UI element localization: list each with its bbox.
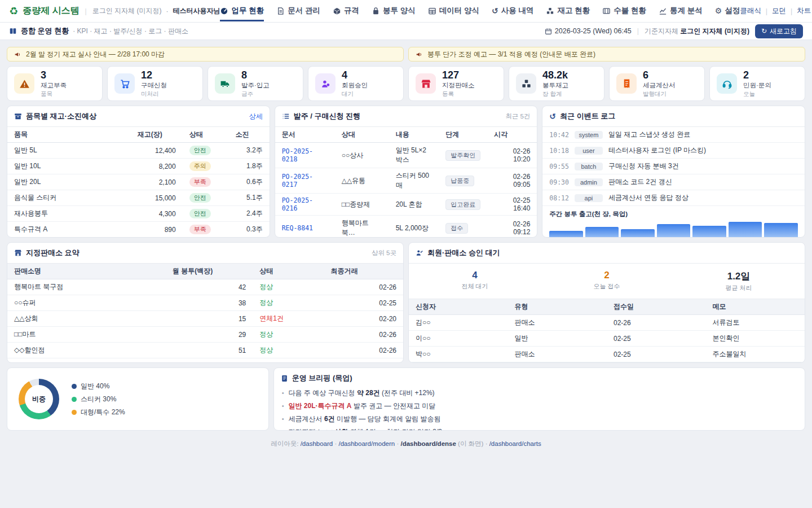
kpi-value: 8 [241,69,247,81]
panel-meta: 상위 5곳 [372,249,396,257]
store-status: 정상 [259,283,273,291]
table-row[interactable]: 일반 10L8,200주의1.8주 [7,159,270,174]
table-row[interactable]: △△상회15연체1건02-20 [7,311,403,327]
table-row[interactable]: 재사용봉투4,300안전2.4주 [7,206,270,222]
table-row[interactable]: □□마트29정상02-26 [7,327,403,343]
col-header: 접수일 [607,299,706,315]
bar [549,231,583,238]
table-row[interactable]: PO-2025-0216□□종량제20L 혼합입고완료02-25 16:40 [275,194,537,216]
status-badge: 주의 [189,161,211,171]
kpi-card-tax-invoices[interactable]: 6세금계산서발행대기 [609,66,705,101]
kpi-sublabel: 미처리 [141,90,159,97]
kpi-card-bag-inventory[interactable]: 48.2k봉투재고장 합계 [509,66,604,101]
footer-link-charts[interactable]: /dashboard/charts [489,440,541,447]
gear-icon: ⚙ [715,7,722,15]
table-row[interactable]: ○○슈퍼38정상02-25 [7,295,403,311]
link-chart[interactable]: 차트 [797,6,811,16]
stat-total-waiting: 4전체 대기 [409,268,541,294]
nav-usage-history[interactable]: ↺ 사용 내역 [492,1,534,21]
divider: | [637,27,639,35]
table-row[interactable]: 이○○일반02-25본인확인 [409,331,805,347]
panel-stock-forecast: 품목별 재고·소진예상 상세 품목 재고(장) 상태 소진 일반 5L12,40… [7,106,270,238]
calendar-icon [545,28,552,35]
log-message: 일일 재고 스냅샷 생성 완료 [608,130,690,139]
store-icon [416,73,436,94]
table-row[interactable]: 김○○판매소02-26서류검토 [409,315,805,331]
table-row[interactable]: ◇◇할인점51정상02-26 [7,343,403,358]
col-header: 시각 [487,127,537,143]
refresh-button[interactable]: ↻ 새로고침 [755,24,803,38]
table-row[interactable]: PO-2025-0218○○상사일반 5L×2박스발주확인02-26 10:20 [275,143,537,168]
col-header: 단계 [439,127,487,143]
legend-dot [72,384,77,389]
notice-text: 2월 말 정기 재고 실사 안내 — 2/28 17:00 마감 [26,50,165,59]
status-badge: 안전 [189,209,211,218]
table-row[interactable]: PO-2025-0217△△유통스티커 500매납품중02-26 09:05 [275,168,537,194]
kpi-value: 12 [141,69,152,81]
nav-statistics[interactable]: 통계 분석 [659,1,703,21]
kpi-card-purchase-requests[interactable]: 12구매신청미처리 [107,66,203,101]
footer-link-dashboard[interactable]: /dashboard [301,440,333,447]
store-status: 정상 [259,346,273,354]
col-header: 상태 [253,264,324,279]
notice-text: 봉투 단가 조정 예고 — 3/1 적용 예정 (안내문 배포 완료) [427,50,595,59]
notice-banner: 봉투 단가 조정 예고 — 3/1 적용 예정 (안내문 배포 완료) [408,47,805,62]
nav-inventory[interactable]: 재고 현황 [546,1,590,21]
footer-current-note: (이 화면) [458,440,483,447]
kpi-card-inquiries[interactable]: 2민원·문의오늘 [709,66,805,101]
nav-work-status[interactable]: 업무 현황 [220,1,264,21]
history-icon: ↺ [549,112,556,120]
col-header: 최종거래 [324,264,403,279]
doc-link[interactable]: PO-2025-0216 [282,196,313,212]
chart-title: 주간 봉투 출고(천 장, 목업) [549,210,798,218]
truck-icon [215,73,235,94]
refresh-label: 새로고침 [770,27,797,36]
nav-label: 수불 현황 [614,6,646,16]
table-row[interactable]: 음식물 스티커15,000안전5.1주 [7,190,270,206]
table-row[interactable]: 특수규격 A890부족0.3주 [7,222,270,238]
detail-link[interactable]: 상세 [249,112,263,121]
user-check-icon [416,249,423,257]
breadcrumb: · KPI · 재고 · 발주/신청 · 로그 · 판매소 [73,27,188,36]
cubes-icon [516,73,536,94]
kpi-card-designated-stores[interactable]: 127지정판매소등록 [408,66,504,101]
panel-title: 운영 브리핑 (목업) [292,373,352,383]
nav-label: 규격 [344,6,359,16]
layout-footer: 레이아웃: /dashboard · /dashboard/modern · /… [7,435,805,454]
nav-data-forms[interactable]: 데이터 양식 [428,1,479,21]
nav-specs[interactable]: 규격 [333,1,359,21]
link-modern[interactable]: 모던 [772,6,786,16]
dot: · [396,440,399,447]
table-row[interactable]: 일반 20L2,100부족0.6주 [7,174,270,190]
footer-link-modern[interactable]: /dashboard/modern [338,440,395,447]
nav-documents[interactable]: 문서 관리 [276,1,320,21]
nav-bag-forms[interactable]: 봉투 양식 [372,1,416,21]
footer-link-dense-current: /dashboard/dense [400,440,456,447]
kpi-label: 세금계산서 [643,82,676,89]
doc-link[interactable]: REQ-8841 [282,224,313,232]
stat-average-processing: 1.2일평균 처리 [673,268,805,294]
table-row[interactable]: 행복마트 북구점42정상02-26 [7,279,403,295]
top-navigation: ♻ 종량제 시스템 | 로그인 지자체 (미지정) · 테스터사용자님 업무 현… [0,0,812,23]
gauge-icon [220,7,228,15]
nav-settings[interactable]: ⚙ 설정 [715,1,740,21]
log-tag: api [575,194,603,202]
kpi-card-stock-shortage[interactable]: 3재고부족품목 [7,66,103,101]
table-row[interactable]: 일반 5L12,400안전3.2주 [7,143,270,159]
kpi-value: 127 [442,69,459,81]
datetime-text: 2026-03-25 (Wed) 06:45 [555,27,632,35]
nav-ledger[interactable]: 수불 현황 [602,1,646,21]
donut-chart: 비중 [19,379,59,419]
table-row[interactable]: REQ-8841행복마트 북…5L 2,000장접수02-26 09:12 [275,216,537,238]
kpi-value: 2 [743,69,749,81]
note-icon [281,375,288,382]
kpi-card-orders-inbound[interactable]: 8발주·입고금주 [208,66,303,101]
table-row[interactable]: 박○○판매소02-25주소불일치 [409,347,805,362]
panel-title: 회원·판매소 승인 대기 [427,248,500,258]
kpi-card-member-approvals[interactable]: 4회원승인대기 [308,66,404,101]
doc-link[interactable]: PO-2025-0218 [282,147,313,163]
link-classic[interactable]: 클래식 [740,6,761,16]
table-icon [428,7,436,15]
col-header: 재고(장) [131,127,183,143]
doc-link[interactable]: PO-2025-0217 [282,173,313,189]
